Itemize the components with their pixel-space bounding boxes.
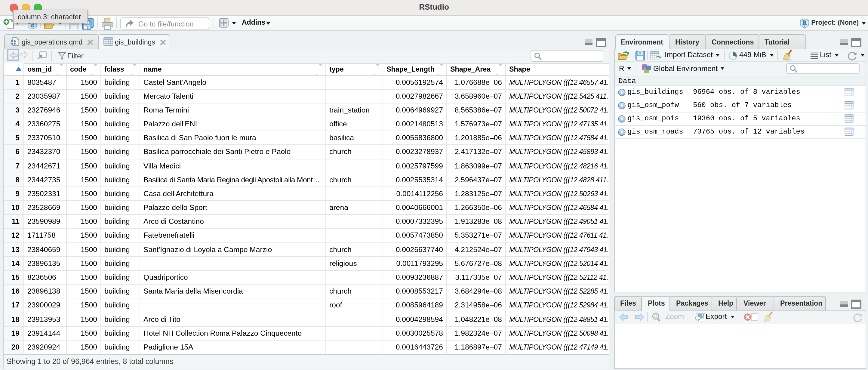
- svg-text:R: R: [802, 19, 807, 26]
